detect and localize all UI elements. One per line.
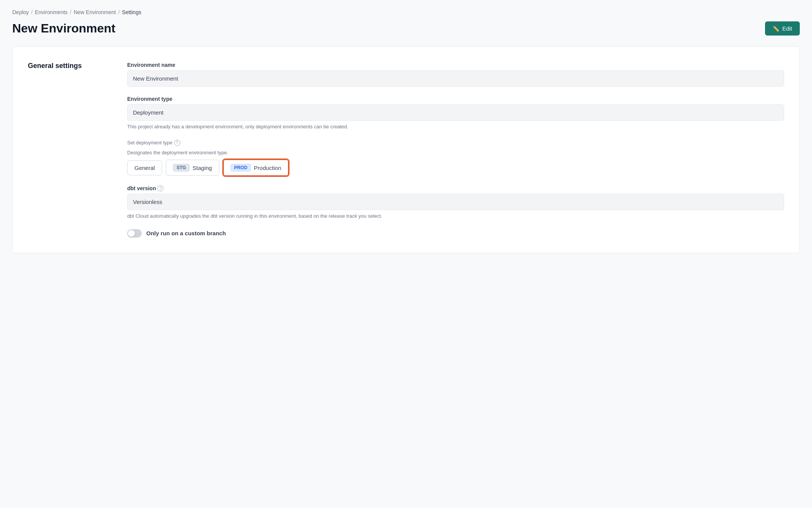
staging-label: Staging bbox=[192, 165, 212, 171]
environment-type-field: Deployment bbox=[127, 104, 784, 121]
prod-badge: PROD bbox=[231, 164, 251, 171]
dbt-version-label: dbt version bbox=[127, 185, 156, 191]
deployment-type-label: Set deployment type bbox=[127, 140, 173, 146]
toggle-knob bbox=[128, 230, 135, 237]
deployment-type-description: Designates the deployment environment ty… bbox=[127, 149, 784, 157]
breadcrumb-new-environment[interactable]: New Environment bbox=[74, 9, 116, 15]
dbt-version-group: dbt version ? Versionless dbt Cloud auto… bbox=[127, 185, 784, 220]
environment-type-label: Environment type bbox=[127, 96, 784, 102]
dbt-version-field: Versionless bbox=[127, 194, 784, 210]
environment-name-group: Environment name New Environment bbox=[127, 62, 784, 87]
edit-button-label: Edit bbox=[782, 25, 792, 32]
section-title: General settings bbox=[28, 62, 112, 70]
type-button-production[interactable]: PROD Production bbox=[223, 159, 289, 176]
environment-type-hint: This project already has a development e… bbox=[127, 123, 784, 131]
breadcrumb: Deploy / Environments / New Environment … bbox=[12, 9, 800, 15]
page-title: New Environment bbox=[12, 21, 115, 36]
deployment-type-label-row: Set deployment type ? bbox=[127, 140, 784, 146]
settings-card: General settings Environment name New En… bbox=[12, 46, 800, 253]
general-label: General bbox=[134, 165, 155, 171]
section-title-container: General settings bbox=[28, 62, 112, 238]
page-header: New Environment ✏️ Edit bbox=[12, 21, 800, 36]
form-section: Environment name New Environment Environ… bbox=[127, 62, 784, 238]
deployment-type-group: Set deployment type ? Designates the dep… bbox=[127, 140, 784, 176]
custom-branch-label: Only run on a custom branch bbox=[146, 230, 226, 236]
breadcrumb-sep-3: / bbox=[118, 9, 120, 15]
dbt-version-label-row: dbt version ? bbox=[127, 185, 784, 191]
type-button-general[interactable]: General bbox=[127, 160, 162, 175]
breadcrumb-environments[interactable]: Environments bbox=[35, 9, 68, 15]
breadcrumb-deploy[interactable]: Deploy bbox=[12, 9, 29, 15]
type-button-staging[interactable]: STG Staging bbox=[166, 160, 219, 176]
pencil-icon: ✏️ bbox=[773, 26, 779, 32]
custom-branch-toggle[interactable] bbox=[127, 229, 142, 238]
dbt-version-help-icon[interactable]: ? bbox=[157, 185, 163, 191]
breadcrumb-current: Settings bbox=[122, 9, 141, 15]
breadcrumb-sep-2: / bbox=[70, 9, 71, 15]
deployment-type-buttons: General STG Staging PROD Production bbox=[127, 159, 784, 176]
edit-button[interactable]: ✏️ Edit bbox=[765, 21, 800, 36]
custom-branch-row: Only run on a custom branch bbox=[127, 229, 784, 238]
production-label: Production bbox=[254, 165, 281, 171]
environment-type-group: Environment type Deployment This project… bbox=[127, 96, 784, 131]
environment-name-label: Environment name bbox=[127, 62, 784, 68]
dbt-version-hint: dbt Cloud automatically upgrades the dbt… bbox=[127, 212, 784, 220]
deployment-type-help-icon[interactable]: ? bbox=[174, 140, 180, 146]
card-layout: General settings Environment name New En… bbox=[28, 62, 784, 238]
breadcrumb-sep-1: / bbox=[31, 9, 33, 15]
environment-name-field: New Environment bbox=[127, 70, 784, 87]
stg-badge: STG bbox=[173, 164, 189, 171]
